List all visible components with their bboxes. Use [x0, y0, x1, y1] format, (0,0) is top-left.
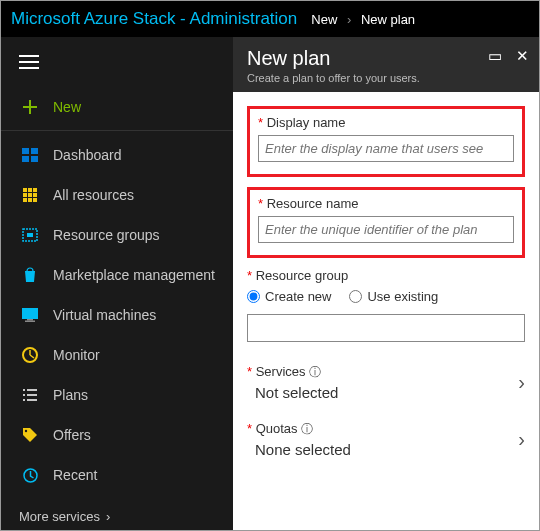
- svg-rect-15: [22, 308, 38, 319]
- svg-rect-12: [33, 198, 37, 202]
- plus-icon: [19, 98, 41, 116]
- svg-rect-9: [33, 193, 37, 197]
- resource-name-group: Resource name: [247, 187, 525, 258]
- blade-header: New plan Create a plan to offer to your …: [233, 37, 539, 92]
- new-plan-blade: New plan Create a plan to offer to your …: [233, 37, 539, 530]
- resource-group-icon: [19, 226, 41, 244]
- more-services-link[interactable]: More services ›: [1, 495, 233, 531]
- breadcrumb: New › New plan: [311, 12, 415, 27]
- resource-name-input[interactable]: [258, 216, 514, 243]
- info-icon[interactable]: ⓘ: [301, 422, 313, 436]
- radio-use-existing-label: Use existing: [367, 289, 438, 304]
- svg-point-19: [25, 430, 27, 432]
- maximize-icon[interactable]: ▭: [488, 47, 502, 65]
- svg-rect-3: [31, 156, 38, 162]
- services-value: Not selected: [247, 384, 338, 401]
- app-title: Microsoft Azure Stack - Administration: [11, 9, 297, 29]
- svg-rect-4: [23, 188, 27, 192]
- svg-rect-16: [27, 319, 33, 321]
- svg-rect-1: [31, 148, 38, 154]
- tag-icon: [19, 426, 41, 444]
- display-name-input[interactable]: [258, 135, 514, 162]
- svg-rect-8: [28, 193, 32, 197]
- services-label: Services: [247, 364, 306, 379]
- sidebar-item-label: New: [53, 99, 81, 115]
- vm-icon: [19, 306, 41, 324]
- blade-subtitle: Create a plan to offer to your users.: [247, 72, 525, 84]
- sidebar-item-virtual-machines[interactable]: Virtual machines: [1, 295, 233, 335]
- resource-name-label: Resource name: [258, 196, 514, 211]
- blade-title: New plan: [247, 47, 525, 70]
- sidebar-item-monitor[interactable]: Monitor: [1, 335, 233, 375]
- svg-rect-7: [23, 193, 27, 197]
- svg-rect-2: [22, 156, 29, 162]
- quotas-value: None selected: [247, 441, 351, 458]
- hamburger-button[interactable]: [1, 41, 233, 87]
- sidebar-item-all-resources[interactable]: All resources: [1, 175, 233, 215]
- sidebar: New Dashboard All resources Resource gro…: [1, 37, 233, 530]
- quotas-label: Quotas: [247, 421, 298, 436]
- sidebar-item-marketplace[interactable]: Marketplace management: [1, 255, 233, 295]
- info-icon[interactable]: ⓘ: [309, 365, 321, 379]
- sidebar-item-new[interactable]: New: [1, 87, 233, 131]
- resource-group-label: Resource group: [247, 268, 525, 283]
- chevron-right-icon: ›: [347, 12, 351, 27]
- svg-rect-10: [23, 198, 27, 202]
- svg-rect-5: [28, 188, 32, 192]
- chevron-right-icon: ›: [518, 371, 525, 394]
- more-services-label: More services: [19, 509, 100, 524]
- sidebar-item-label: Offers: [53, 427, 91, 443]
- sidebar-item-label: Monitor: [53, 347, 100, 363]
- sidebar-item-label: All resources: [53, 187, 134, 203]
- close-icon[interactable]: ✕: [516, 47, 529, 65]
- svg-rect-11: [28, 198, 32, 202]
- radio-use-existing[interactable]: Use existing: [349, 289, 438, 304]
- grid-icon: [19, 186, 41, 204]
- list-icon: [19, 386, 41, 404]
- svg-rect-17: [25, 321, 35, 323]
- dashboard-icon: [19, 146, 41, 164]
- breadcrumb-item-newplan[interactable]: New plan: [361, 12, 415, 27]
- chevron-right-icon: ›: [518, 428, 525, 451]
- display-name-group: Display name: [247, 106, 525, 177]
- top-bar: Microsoft Azure Stack - Administration N…: [1, 1, 539, 37]
- radio-create-new[interactable]: Create new: [247, 289, 331, 304]
- sidebar-item-label: Marketplace management: [53, 267, 215, 283]
- quotas-selector[interactable]: Quotas ⓘ None selected ›: [247, 415, 525, 472]
- shopping-bag-icon: [19, 266, 41, 284]
- services-selector[interactable]: Services ⓘ Not selected ›: [247, 358, 525, 415]
- chevron-right-icon: ›: [106, 509, 110, 524]
- radio-create-new-label: Create new: [265, 289, 331, 304]
- sidebar-item-plans[interactable]: Plans: [1, 375, 233, 415]
- sidebar-item-recent[interactable]: Recent: [1, 455, 233, 495]
- svg-rect-6: [33, 188, 37, 192]
- sidebar-item-label: Virtual machines: [53, 307, 156, 323]
- svg-rect-0: [22, 148, 29, 154]
- sidebar-item-dashboard[interactable]: Dashboard: [1, 135, 233, 175]
- sidebar-item-label: Recent: [53, 467, 97, 483]
- resource-group-radios: Create new Use existing: [247, 289, 525, 304]
- display-name-label: Display name: [258, 115, 514, 130]
- clock-icon: [19, 466, 41, 484]
- sidebar-item-label: Resource groups: [53, 227, 160, 243]
- blade-body: Display name Resource name Resource grou…: [233, 92, 539, 472]
- radio-use-existing-input[interactable]: [349, 290, 362, 303]
- monitor-icon: [19, 346, 41, 364]
- sidebar-item-resource-groups[interactable]: Resource groups: [1, 215, 233, 255]
- resource-group-input[interactable]: [247, 314, 525, 342]
- svg-rect-14: [27, 233, 33, 237]
- sidebar-item-offers[interactable]: Offers: [1, 415, 233, 455]
- sidebar-item-label: Dashboard: [53, 147, 122, 163]
- radio-create-new-input[interactable]: [247, 290, 260, 303]
- breadcrumb-item-new[interactable]: New: [311, 12, 337, 27]
- sidebar-item-label: Plans: [53, 387, 88, 403]
